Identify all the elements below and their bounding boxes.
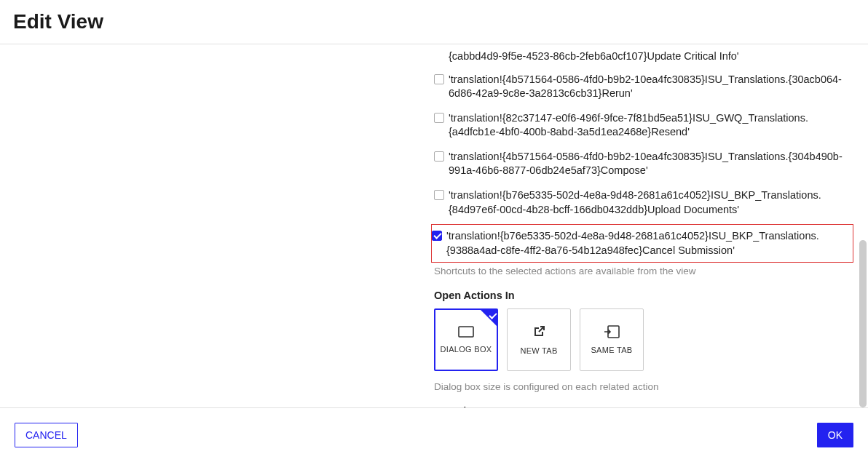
tile-dialog-box[interactable]: DIALOG BOX <box>434 308 498 371</box>
header: Edit View <box>0 0 868 44</box>
tile-new-tab[interactable]: NEW TAB <box>507 308 571 371</box>
tile-same-tab[interactable]: SAME TAB <box>580 308 644 371</box>
checkbox-label: 'translation!{82c37147-e0f6-496f-9fce-7f… <box>449 111 853 140</box>
svg-rect-0 <box>459 327 473 337</box>
checkbox-checked[interactable] <box>432 231 442 241</box>
highlighted-row: 'translation!{b76e5335-502d-4e8a-9d48-26… <box>431 224 853 263</box>
checkbox[interactable] <box>434 190 444 200</box>
checkbox-label: 'translation!{b76e5335-502d-4e8a-9d48-26… <box>449 188 853 217</box>
open-in-tiles: DIALOG BOX NEW TAB SAME TAB <box>434 308 853 371</box>
checkbox[interactable] <box>434 151 444 162</box>
checkbox-label: 'translation!{b76e5335-502d-4e8a-9d48-26… <box>446 229 850 258</box>
clipped-text: {cabbd4d9-9f5e-4523-86cb-2feb6a0cf107}Up… <box>434 49 853 64</box>
cancel-button[interactable]: CANCEL <box>15 423 78 447</box>
checkbox[interactable] <box>434 74 444 84</box>
footer: CANCEL OK <box>0 407 868 462</box>
ok-button[interactable]: OK <box>817 423 853 447</box>
scrollbar[interactable] <box>859 51 867 407</box>
checkbox-row[interactable]: 'translation!{82c37147-e0f6-496f-9fce-7f… <box>434 108 853 147</box>
hint-shortcuts: Shortcuts to the selected actions are av… <box>434 266 853 276</box>
dialog-box-icon <box>458 326 474 338</box>
checkbox-row[interactable]: 'translation!{4b571564-0586-4fd0-b9b2-10… <box>434 147 853 186</box>
checkbox-row[interactable]: 'translation!{b76e5335-502d-4e8a-9d48-26… <box>432 229 850 258</box>
same-tab-icon <box>604 325 620 338</box>
checkbox-row[interactable]: 'translation!{4b571564-0586-4fd0-b9b2-10… <box>434 70 853 108</box>
content-area: {cabbd4d9-9f5e-4523-86cb-2feb6a0cf107}Up… <box>0 49 868 407</box>
new-tab-icon <box>532 324 546 339</box>
tile-label: NEW TAB <box>520 346 557 355</box>
open-actions-in-label: Open Actions In <box>434 290 853 301</box>
tile-label: SAME TAB <box>591 346 632 354</box>
checkbox[interactable] <box>434 113 444 123</box>
clipped-row: {cabbd4d9-9f5e-4523-86cb-2feb6a0cf107}Up… <box>434 49 853 64</box>
checkbox-label: 'translation!{4b571564-0586-4fd0-b9b2-10… <box>449 150 853 178</box>
hint-dialog-size: Dialog box size is configured on each re… <box>434 381 853 392</box>
tile-label: DIALOG BOX <box>441 345 492 354</box>
checkbox-row[interactable]: 'translation!{b76e5335-502d-4e8a-9d48-26… <box>434 186 853 224</box>
checkbox-label: 'translation!{4b571564-0586-4fd0-b9b2-10… <box>449 73 853 101</box>
page-title: Edit View <box>13 10 855 33</box>
scrollbar-thumb[interactable] <box>859 240 867 407</box>
